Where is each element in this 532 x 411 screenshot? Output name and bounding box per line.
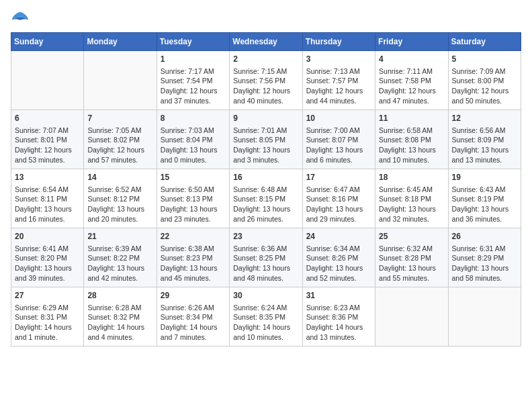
calendar-cell: [84, 51, 157, 110]
calendar-cell: 26Sunrise: 6:31 AMSunset: 8:29 PMDayligh…: [448, 228, 521, 287]
cell-text: Daylight: 12 hours and 50 minutes.: [452, 86, 517, 105]
calendar-cell: 8Sunrise: 7:03 AMSunset: 8:04 PMDaylight…: [157, 110, 229, 169]
cell-text: Daylight: 12 hours and 47 minutes.: [379, 86, 444, 105]
cell-text: Sunset: 8:18 PM: [379, 194, 444, 204]
cell-text: Daylight: 13 hours and 16 minutes.: [15, 204, 80, 224]
header-cell-wednesday: Wednesday: [230, 33, 302, 51]
cell-text: Daylight: 13 hours and 55 minutes.: [379, 263, 444, 283]
day-number: 17: [306, 172, 371, 183]
cell-text: Sunset: 8:28 PM: [379, 253, 444, 263]
cell-text: Sunset: 8:31 PM: [15, 312, 80, 322]
cell-text: Sunrise: 6:48 AM: [233, 185, 298, 195]
cell-text: Daylight: 13 hours and 10 minutes.: [379, 145, 444, 165]
header-cell-saturday: Saturday: [448, 33, 521, 51]
calendar-cell: 25Sunrise: 6:32 AMSunset: 8:28 PMDayligh…: [375, 228, 448, 287]
cell-text: Daylight: 13 hours and 39 minutes.: [15, 263, 80, 283]
calendar-cell: 31Sunrise: 6:23 AMSunset: 8:36 PMDayligh…: [302, 287, 375, 347]
calendar-cell: 10Sunrise: 7:00 AMSunset: 8:07 PMDayligh…: [302, 110, 375, 169]
calendar-table: SundayMondayTuesdayWednesdayThursdayFrid…: [11, 32, 521, 347]
day-number: 11: [379, 113, 444, 124]
cell-text: Daylight: 13 hours and 32 minutes.: [379, 204, 444, 224]
cell-text: Sunrise: 6:54 AM: [15, 185, 80, 195]
cell-text: Daylight: 14 hours and 13 minutes.: [306, 322, 371, 342]
day-number: 23: [233, 231, 298, 242]
cell-text: Daylight: 13 hours and 20 minutes.: [87, 204, 152, 224]
calendar-cell: 22Sunrise: 6:38 AMSunset: 8:23 PMDayligh…: [157, 228, 229, 287]
cell-text: Sunset: 8:34 PM: [161, 312, 226, 322]
cell-text: Sunset: 8:19 PM: [452, 194, 517, 204]
cell-text: Sunset: 8:16 PM: [306, 194, 371, 204]
cell-text: Sunset: 8:26 PM: [306, 253, 371, 263]
day-number: 12: [452, 113, 517, 124]
cell-text: Sunrise: 7:00 AM: [306, 126, 371, 136]
calendar-cell: 17Sunrise: 6:47 AMSunset: 8:16 PMDayligh…: [302, 169, 375, 228]
cell-text: Daylight: 14 hours and 7 minutes.: [161, 322, 226, 342]
cell-text: Sunset: 8:22 PM: [87, 253, 152, 263]
calendar-cell: [11, 51, 84, 110]
cell-text: Daylight: 13 hours and 26 minutes.: [233, 204, 298, 224]
calendar-cell: 18Sunrise: 6:45 AMSunset: 8:18 PMDayligh…: [375, 169, 448, 228]
header-cell-tuesday: Tuesday: [157, 33, 229, 51]
cell-text: Sunrise: 6:26 AM: [161, 303, 226, 313]
cell-text: Sunrise: 6:58 AM: [379, 126, 444, 136]
cell-text: Sunset: 8:12 PM: [87, 194, 152, 204]
cell-text: Sunset: 8:23 PM: [161, 253, 226, 263]
cell-text: Sunrise: 6:47 AM: [306, 185, 371, 195]
cell-text: Sunrise: 7:17 AM: [161, 66, 226, 77]
cell-text: Sunrise: 6:31 AM: [452, 244, 517, 254]
day-number: 5: [452, 54, 517, 65]
cell-text: Sunset: 8:11 PM: [15, 194, 80, 204]
day-number: 14: [87, 172, 152, 183]
day-number: 2: [233, 54, 298, 65]
cell-text: Sunset: 7:54 PM: [161, 76, 226, 86]
cell-text: Daylight: 13 hours and 6 minutes.: [306, 145, 371, 165]
cell-text: Sunrise: 6:28 AM: [87, 303, 152, 313]
cell-text: Sunrise: 6:43 AM: [452, 185, 517, 195]
cell-text: Sunset: 8:13 PM: [161, 194, 226, 204]
calendar-cell: 7Sunrise: 7:05 AMSunset: 8:02 PMDaylight…: [84, 110, 157, 169]
day-number: 28: [87, 290, 152, 302]
calendar-cell: 27Sunrise: 6:29 AMSunset: 8:31 PMDayligh…: [11, 287, 84, 347]
cell-text: Daylight: 14 hours and 1 minute.: [15, 322, 80, 342]
week-row-1: 1Sunrise: 7:17 AMSunset: 7:54 PMDaylight…: [11, 51, 521, 110]
day-number: 8: [161, 113, 226, 124]
cell-text: Daylight: 12 hours and 37 minutes.: [161, 86, 226, 105]
cell-text: Daylight: 12 hours and 53 minutes.: [15, 145, 80, 165]
cell-text: Sunset: 8:02 PM: [87, 135, 152, 145]
calendar-cell: 12Sunrise: 6:56 AMSunset: 8:09 PMDayligh…: [448, 110, 521, 169]
cell-text: Sunset: 8:20 PM: [15, 253, 80, 263]
cell-text: Sunset: 7:58 PM: [379, 76, 444, 86]
calendar-cell: 11Sunrise: 6:58 AMSunset: 8:08 PMDayligh…: [375, 110, 448, 169]
cell-text: Sunrise: 7:03 AM: [161, 126, 226, 136]
cell-text: Sunset: 8:04 PM: [161, 135, 226, 145]
calendar-cell: 24Sunrise: 6:34 AMSunset: 8:26 PMDayligh…: [302, 228, 375, 287]
cell-text: Daylight: 12 hours and 44 minutes.: [306, 86, 371, 105]
header-cell-monday: Monday: [84, 33, 157, 51]
cell-text: Sunrise: 7:15 AM: [233, 66, 298, 77]
cell-text: Sunrise: 6:50 AM: [161, 185, 226, 195]
day-number: 30: [233, 290, 298, 302]
day-number: 10: [306, 113, 371, 124]
cell-text: Daylight: 13 hours and 0 minutes.: [161, 145, 226, 165]
day-number: 1: [161, 54, 226, 65]
cell-text: Daylight: 13 hours and 48 minutes.: [233, 263, 298, 283]
week-row-5: 27Sunrise: 6:29 AMSunset: 8:31 PMDayligh…: [11, 287, 521, 347]
cell-text: Sunrise: 6:41 AM: [15, 244, 80, 254]
logo: [11, 11, 32, 26]
calendar-cell: 4Sunrise: 7:11 AMSunset: 7:58 PMDaylight…: [375, 51, 448, 110]
cell-text: Sunset: 8:29 PM: [452, 253, 517, 263]
cell-text: Daylight: 13 hours and 3 minutes.: [233, 145, 298, 165]
day-number: 21: [87, 231, 152, 242]
cell-text: Sunrise: 7:07 AM: [15, 126, 80, 136]
calendar-cell: 23Sunrise: 6:36 AMSunset: 8:25 PMDayligh…: [230, 228, 302, 287]
day-number: 13: [15, 172, 80, 183]
cell-text: Sunset: 8:36 PM: [306, 312, 371, 322]
cell-text: Sunset: 7:57 PM: [306, 76, 371, 86]
calendar-cell: 29Sunrise: 6:26 AMSunset: 8:34 PMDayligh…: [157, 287, 229, 347]
calendar-cell: 30Sunrise: 6:24 AMSunset: 8:35 PMDayligh…: [230, 287, 302, 347]
calendar-cell: 1Sunrise: 7:17 AMSunset: 7:54 PMDaylight…: [157, 51, 229, 110]
cell-text: Sunrise: 7:09 AM: [452, 66, 517, 77]
day-number: 31: [306, 290, 371, 302]
week-row-4: 20Sunrise: 6:41 AMSunset: 8:20 PMDayligh…: [11, 228, 521, 287]
cell-text: Sunset: 8:09 PM: [452, 135, 517, 145]
